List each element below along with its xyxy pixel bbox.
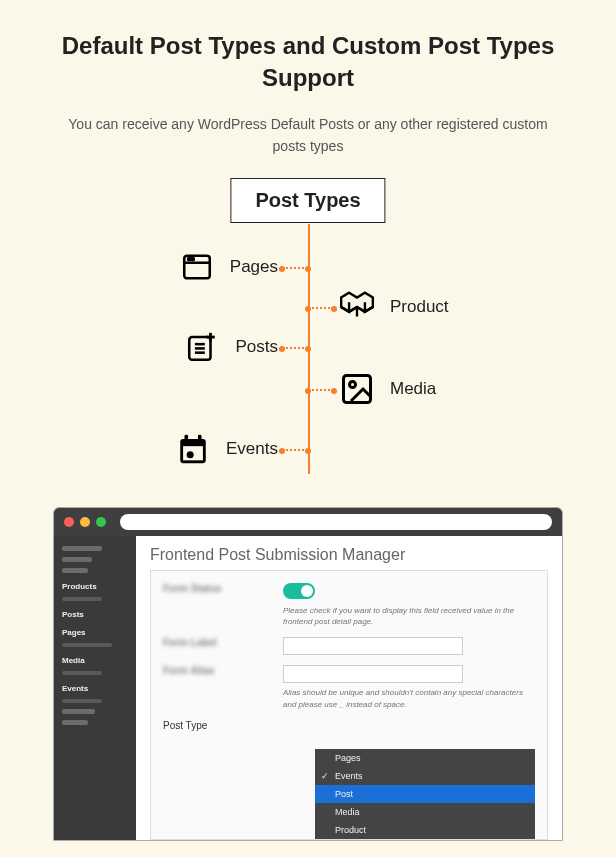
page-title: Default Post Types and Custom Post Types…: [0, 0, 616, 113]
post-type-dropdown[interactable]: Pages Events Post Media Product: [315, 749, 535, 839]
sidebar-blur-item: [62, 709, 95, 714]
dropdown-option-events[interactable]: Events: [315, 767, 535, 785]
sidebar-item-events[interactable]: Events: [62, 681, 128, 693]
sidebar-item-media[interactable]: Media: [62, 653, 128, 665]
form-alias-input[interactable]: [283, 665, 463, 683]
form-status-label: Form Status: [163, 583, 283, 594]
connector: [282, 347, 308, 349]
diagram-node-pages: Pages: [178, 248, 278, 286]
diagram-node-media: Media: [338, 370, 436, 408]
svg-rect-15: [344, 375, 371, 402]
form-alias-label: Form Alias: [163, 665, 283, 676]
minimize-icon[interactable]: [80, 517, 90, 527]
sidebar-blur-item: [62, 557, 92, 562]
connector: [308, 389, 334, 391]
pages-icon: [178, 248, 216, 286]
posts-icon: [183, 328, 221, 366]
product-icon: [338, 288, 376, 326]
dropdown-option-post[interactable]: Post: [315, 785, 535, 803]
main-title: Frontend Post Submission Manager: [136, 536, 562, 570]
page-subtitle: You can receive any WordPress Default Po…: [0, 113, 616, 158]
node-label: Events: [226, 439, 278, 459]
window-titlebar: [54, 508, 562, 536]
sidebar-blur-item: [62, 546, 102, 551]
dropdown-option-product[interactable]: Product: [315, 821, 535, 839]
node-label: Pages: [230, 257, 278, 277]
svg-point-3: [191, 258, 193, 260]
form-panel: Form Status Please check if you want to …: [150, 570, 548, 840]
diagram-node-events: Events: [174, 430, 278, 468]
media-icon: [338, 370, 376, 408]
maximize-icon[interactable]: [96, 517, 106, 527]
url-bar[interactable]: [120, 514, 552, 530]
close-icon[interactable]: [64, 517, 74, 527]
sidebar-sub-item: [62, 597, 102, 601]
sidebar-blur-item: [62, 568, 88, 573]
diagram-root-box: Post Types: [230, 178, 385, 223]
svg-point-2: [188, 258, 190, 260]
connector: [308, 307, 334, 309]
form-alias-help: Alias should be unique and shouldn't con…: [283, 687, 535, 709]
main-panel: Frontend Post Submission Manager Form St…: [136, 536, 562, 840]
sidebar-item-products[interactable]: Products: [62, 579, 128, 591]
events-icon: [174, 430, 212, 468]
dropdown-option-media[interactable]: Media: [315, 803, 535, 821]
dropdown-option-pages[interactable]: Pages: [315, 749, 535, 767]
diagram-node-product: Product: [338, 288, 449, 326]
admin-sidebar: Products Posts Pages Media Events: [54, 536, 136, 840]
svg-point-14: [187, 451, 194, 458]
node-label: Posts: [235, 337, 278, 357]
sidebar-blur-item: [62, 720, 88, 725]
form-label-label: Form Label: [163, 637, 283, 648]
post-types-diagram: Post Types Pages Posts Events Product Me: [0, 178, 616, 493]
post-type-label: Post Type: [163, 720, 283, 731]
svg-rect-12: [185, 434, 189, 441]
node-label: Product: [390, 297, 449, 317]
svg-point-16: [350, 381, 356, 387]
form-status-help: Please check if you want to display this…: [283, 605, 535, 627]
form-status-toggle[interactable]: [283, 583, 315, 599]
connector: [282, 267, 308, 269]
sidebar-sub-item: [62, 671, 102, 675]
sidebar-item-posts[interactable]: Posts: [62, 607, 128, 619]
form-label-input[interactable]: [283, 637, 463, 655]
node-label: Media: [390, 379, 436, 399]
app-screenshot: Products Posts Pages Media Events Fronte…: [53, 507, 563, 841]
sidebar-item-pages[interactable]: Pages: [62, 625, 128, 637]
connector: [282, 449, 308, 451]
svg-rect-13: [198, 434, 202, 441]
sidebar-sub-item: [62, 699, 102, 703]
diagram-node-posts: Posts: [183, 328, 278, 366]
sidebar-sub-item: [62, 643, 112, 647]
